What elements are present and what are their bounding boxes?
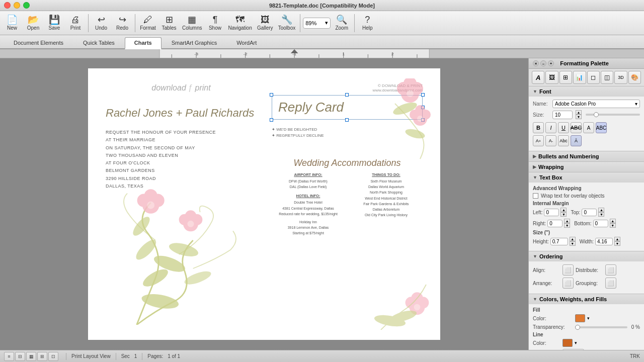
ordering-section-header[interactable]: ▼ Ordering [529,251,644,261]
close-button[interactable] [4,2,11,9]
tables-button[interactable]: ⊞ Tables [159,12,179,34]
left-input[interactable]: 0 [544,209,559,216]
tab-quick-tables[interactable]: Quick Tables [73,37,124,48]
line-color-dropdown[interactable]: ▾ [575,340,577,345]
height-stepper[interactable]: ▲ ▼ [570,237,576,246]
view-btn-5[interactable]: ⊡ [48,352,58,361]
document-area[interactable]: download ƒ print Rachel Jones + Paul Ric… [0,58,528,350]
font-size-up[interactable]: ▲ [576,110,582,115]
font-color-button[interactable]: A [583,122,594,133]
palette-tool-color[interactable]: 🎨 [628,71,641,84]
open-button[interactable]: 📂 Open [23,12,43,34]
palette-tool-3d[interactable]: 3D [614,71,627,84]
palette-tool-shape[interactable]: ◻ [587,71,600,84]
view-btn-4[interactable]: ⊞ [37,352,47,361]
font-size-field[interactable]: 10 [552,111,573,119]
distribute-btn-1[interactable]: ⬜ [605,264,616,276]
textbox-section-header[interactable]: ▼ Text Box [529,172,644,183]
bullets-section-header[interactable]: ▶ Bullets and Numbering [529,151,644,161]
italic-button[interactable]: I [545,122,556,133]
allcaps-button[interactable]: Ā [571,135,582,146]
new-button[interactable]: 📄 New [2,12,22,34]
left-stepper[interactable]: ▲ ▼ [560,208,567,217]
tab-document-elements[interactable]: Document Elements [4,37,73,48]
wrap-checkbox[interactable] [533,193,538,199]
grouping-btn-1[interactable]: ⬜ [605,278,616,289]
palette-close-button[interactable]: × [533,60,539,66]
left-up[interactable]: ▲ [560,208,567,212]
right-down[interactable]: ▼ [564,223,570,228]
fill-color-swatch[interactable] [575,314,585,322]
colors-section-header[interactable]: ▼ Colors, Weights, and Fills [529,294,644,304]
highlight-button[interactable]: ABC [596,122,607,133]
top-down[interactable]: ▼ [598,212,604,217]
zoom-field[interactable]: 89% ▾ [303,18,331,29]
palette-controls[interactable]: × – + [533,60,554,66]
underline-button[interactable]: U [558,122,569,133]
width-stepper[interactable]: ▲ ▼ [614,237,620,246]
gallery-button[interactable]: 🖼 Gallery [255,12,275,34]
view-btn-2[interactable]: ⊟ [15,352,25,361]
font-name-field[interactable]: Adobe Caslon Pro ▾ [552,100,640,108]
columns-button[interactable]: ▦ Columns [180,12,204,34]
transparency-slider[interactable] [575,326,627,328]
palette-tool-shadow[interactable]: ◫ [601,71,613,84]
line-color-swatch[interactable] [562,339,573,347]
navigation-button[interactable]: 🗺 Navigation [226,12,254,34]
window-controls[interactable] [4,2,30,9]
fill-color-dropdown[interactable]: ▾ [587,316,590,321]
font-size-down[interactable]: ▼ [576,115,582,119]
bottom-up[interactable]: ▲ [610,219,616,223]
width-input[interactable]: 4.16 [595,238,613,245]
print-button[interactable]: 🖨 Print [65,12,86,34]
width-down[interactable]: ▼ [614,241,620,246]
bottom-input[interactable]: 0 [593,220,608,227]
align-btn-1[interactable]: ⬜ [562,264,574,276]
height-up[interactable]: ▲ [570,237,576,241]
right-input[interactable]: 0 [547,220,562,227]
right-stepper[interactable]: ▲ ▼ [564,219,570,228]
line-style-selector[interactable]: —— ▾ [562,349,584,350]
height-input[interactable]: 0.7 [550,238,568,245]
palette-tool-chart[interactable]: 📊 [573,71,586,84]
save-button[interactable]: 💾 Save [44,12,64,34]
palette-tool-text[interactable]: A [532,71,544,84]
bold-button[interactable]: B [533,122,544,133]
show-button[interactable]: ¶ Show [205,12,225,34]
tab-smartart[interactable]: SmartArt Graphics [162,37,226,48]
undo-button[interactable]: ↩ Undo [91,12,111,34]
subscript-button[interactable]: A- [545,135,556,146]
tab-charts[interactable]: Charts [125,37,162,49]
palette-tool-table[interactable]: ⊞ [559,71,572,84]
top-input[interactable]: 0 [582,209,597,216]
help-button[interactable]: ? Help [357,12,377,34]
strikethrough-button[interactable]: ABC [571,122,582,133]
font-size-stepper[interactable]: ▲ ▼ [576,110,582,119]
tab-wordart[interactable]: WordArt [227,37,266,48]
top-up[interactable]: ▲ [598,208,604,212]
format-button[interactable]: 🖊 Format [138,12,158,34]
palette-tool-image[interactable]: 🖼 [545,71,558,84]
right-up[interactable]: ▲ [564,219,570,223]
top-stepper[interactable]: ▲ ▼ [598,208,604,217]
left-down[interactable]: ▼ [560,212,567,217]
superscript-button[interactable]: A+ [533,135,544,146]
toolbox-button[interactable]: 🔧 Toolbox [276,12,297,34]
font-size-slider[interactable] [586,114,640,116]
height-down[interactable]: ▼ [570,241,576,246]
arrange-btn-1[interactable]: ⬜ [562,278,574,289]
view-btn-1[interactable]: ≡ [4,352,14,361]
wrapping-section-header[interactable]: ▶ Wrapping [529,162,644,172]
zoom-button[interactable]: 🔍 Zoom [332,12,352,34]
view-btn-3[interactable]: ▦ [26,352,36,361]
palette-resize-button[interactable]: + [548,60,554,66]
maximize-button[interactable] [23,2,30,9]
bottom-stepper[interactable]: ▲ ▼ [610,219,616,228]
text-style-button[interactable]: Abc [558,135,569,146]
bottom-down[interactable]: ▼ [610,223,616,228]
redo-button[interactable]: ↪ Redo [112,12,132,34]
palette-collapse-button[interactable]: – [540,60,546,66]
minimize-button[interactable] [14,2,20,9]
width-up[interactable]: ▲ [614,237,620,241]
font-section-header[interactable]: ▼ Font [529,86,644,97]
